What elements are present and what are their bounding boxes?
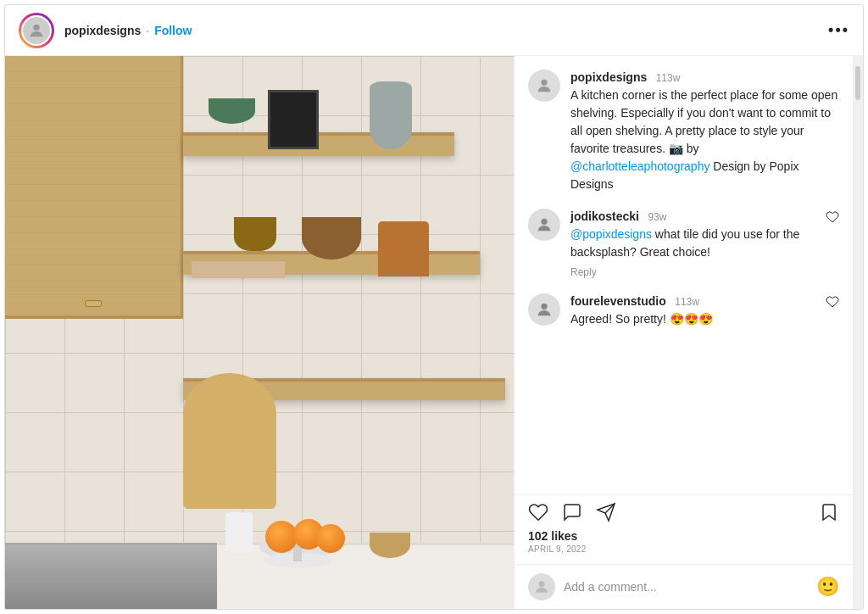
follow-button[interactable]: Follow: [154, 24, 192, 37]
comment-2: fourelevenstudio 113w Agreed! So pretty!…: [528, 293, 839, 328]
vase-item: [370, 81, 412, 149]
action-left: [528, 502, 616, 522]
bowl-item: [209, 98, 255, 124]
comment-1-text: @popixdesigns what tile did you use for …: [570, 226, 815, 261]
bowl2-item: [302, 217, 361, 260]
actions-bar: 102 likes April 9, 2022: [515, 494, 853, 564]
post-sidebar: popixdesigns 113w A kitchen corner is th…: [514, 56, 853, 609]
caption-avatar[interactable]: [528, 70, 560, 102]
scroll-thumb: [855, 66, 860, 100]
frame-item: [268, 90, 319, 149]
comment-2-time: 113w: [675, 296, 699, 308]
comment-2-text: Agreed! So pretty! 😍😍😍: [570, 310, 815, 328]
shelf-1: [183, 132, 454, 156]
comment-2-content: fourelevenstudio 113w Agreed! So pretty!…: [570, 293, 815, 328]
caption-text: A kitchen corner is the perfect place fo…: [570, 87, 839, 193]
svg-point-2: [541, 219, 547, 225]
comment-button[interactable]: [562, 502, 582, 522]
jar-item: [225, 512, 253, 553]
header-avatar: [21, 15, 52, 46]
post-date: April 9, 2022: [528, 544, 839, 554]
svg-point-0: [33, 24, 39, 30]
caption-username[interactable]: popixdesigns: [570, 70, 647, 84]
add-comment-bar: 🙂: [515, 564, 853, 609]
book-item: [192, 260, 285, 278]
post-image: [5, 56, 514, 609]
caption-mention[interactable]: @charlotteleaphotography: [570, 159, 709, 173]
caption-content: popixdesigns 113w A kitchen corner is th…: [570, 70, 839, 193]
comment-2-like[interactable]: [826, 293, 839, 309]
comment-1-time: 93w: [648, 211, 666, 223]
caption-text-before: A kitchen corner is the perfect place fo…: [570, 88, 837, 155]
comment-1: jodikostecki 93w @popixdesigns what tile…: [528, 209, 839, 278]
comment-1-mention[interactable]: @popixdesigns: [570, 227, 652, 241]
comment-2-avatar[interactable]: [528, 293, 560, 326]
share-button[interactable]: [596, 502, 616, 522]
comment-1-avatar[interactable]: [528, 209, 560, 241]
basket-item: [370, 533, 410, 558]
comment-1-username[interactable]: jodikostecki: [570, 209, 639, 223]
comment-2-body: Agreed! So pretty! 😍😍😍: [570, 312, 713, 326]
caption-comment: popixdesigns 113w A kitchen corner is th…: [528, 70, 839, 193]
add-comment-avatar: [528, 573, 555, 600]
comment-2-username[interactable]: fourelevenstudio: [570, 294, 666, 308]
scrollbar[interactable]: [853, 56, 863, 609]
copper-item: [378, 221, 429, 276]
svg-point-1: [541, 80, 547, 86]
svg-point-6: [539, 581, 545, 587]
header-dot: ·: [146, 24, 149, 37]
more-options-icon[interactable]: •••: [828, 21, 849, 39]
post-container: popixdesigns · Follow •••: [4, 4, 864, 610]
post-body: popixdesigns 113w A kitchen corner is th…: [5, 56, 863, 609]
save-button[interactable]: [819, 502, 839, 522]
svg-point-3: [541, 304, 547, 310]
caption-time: 113w: [656, 72, 681, 84]
like-button[interactable]: [528, 502, 548, 522]
add-comment-input[interactable]: [564, 580, 808, 594]
orange-3: [316, 524, 345, 553]
mortar-item: [234, 217, 276, 251]
header-username[interactable]: popixdesigns: [64, 24, 141, 37]
likes-count: 102 likes: [528, 529, 839, 543]
action-icons: [528, 502, 839, 522]
header-avatar-ring[interactable]: [19, 13, 54, 48]
emoji-icon[interactable]: 🙂: [816, 576, 839, 598]
comment-1-reply[interactable]: Reply: [570, 266, 815, 278]
range-hood: [5, 543, 217, 609]
comment-1-like[interactable]: [826, 209, 839, 224]
comments-area[interactable]: popixdesigns 113w A kitchen corner is th…: [515, 56, 853, 494]
post-header: popixdesigns · Follow •••: [5, 5, 863, 56]
cutting-board: [183, 373, 276, 509]
cabinet-upper: [5, 56, 183, 319]
comment-1-content: jodikostecki 93w @popixdesigns what tile…: [570, 209, 815, 278]
